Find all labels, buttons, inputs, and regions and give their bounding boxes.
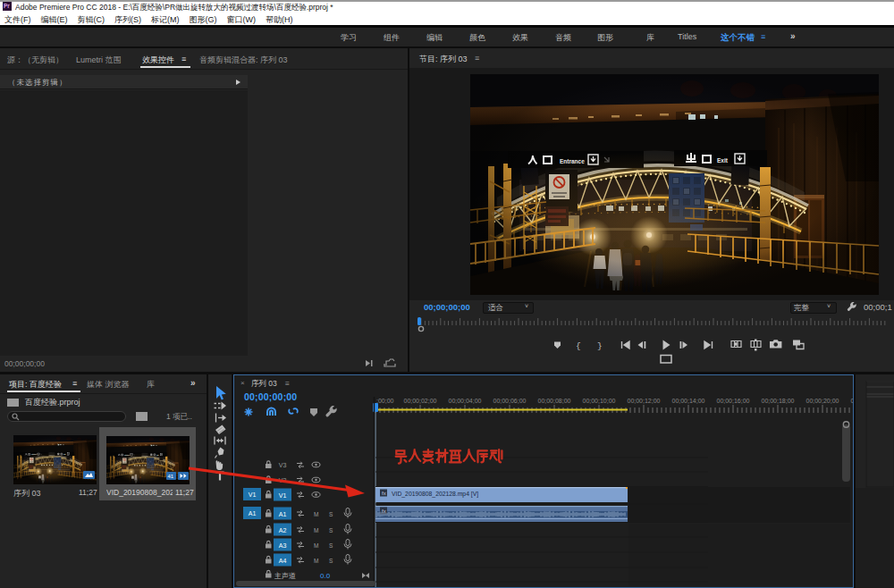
svg-text:S: S	[329, 511, 333, 517]
svg-text:00;00;10;00: 00;00;10;00	[583, 398, 616, 404]
svg-text:}: }	[597, 341, 603, 351]
svg-text:00;00;16;00: 00;00;16;00	[717, 398, 750, 404]
svg-text:V3: V3	[279, 462, 287, 468]
svg-text:00;00;06;00: 00;00;06;00	[493, 398, 527, 404]
svg-text:M: M	[314, 558, 318, 564]
svg-text:VID_20190808_202128.mp4 [V]: VID_20190808_202128.mp4 [V]	[392, 491, 478, 498]
svg-text:M: M	[314, 527, 318, 533]
svg-text:00;00;12;00: 00;00;12;00	[628, 398, 661, 404]
svg-text:A1: A1	[279, 511, 287, 517]
svg-text:00;00;18;00: 00;00;18;00	[762, 398, 795, 404]
svg-text:fx: fx	[382, 491, 386, 496]
svg-text:S: S	[329, 558, 333, 564]
svg-text:主声道: 主声道	[274, 572, 296, 580]
svg-text:41: 41	[168, 474, 174, 479]
svg-text:A3: A3	[279, 542, 287, 549]
svg-text:M: M	[314, 542, 318, 549]
svg-text:00;00;08;00: 00;00;08;00	[538, 398, 571, 404]
svg-text:S: S	[329, 527, 333, 533]
svg-text:V2: V2	[279, 477, 287, 483]
svg-text:A2: A2	[279, 527, 287, 533]
svg-text:00;00;20;00: 00;00;20;00	[806, 398, 839, 404]
svg-text:;00;00: ;00;00	[376, 398, 394, 404]
svg-text:00;00;14;00: 00;00;14;00	[672, 398, 705, 404]
svg-text:00;00;04;00: 00;00;04;00	[449, 398, 482, 404]
svg-text:A1: A1	[249, 510, 257, 517]
svg-text:A4: A4	[279, 558, 287, 564]
svg-text:V1: V1	[249, 491, 257, 498]
svg-text:{: {	[576, 341, 581, 351]
svg-text:00;00;02;00: 00;00;02;00	[404, 398, 437, 404]
svg-text:0.0: 0.0	[320, 572, 331, 580]
svg-text:V1: V1	[279, 492, 287, 499]
svg-text:M: M	[314, 511, 318, 517]
svg-text:S: S	[329, 542, 333, 549]
